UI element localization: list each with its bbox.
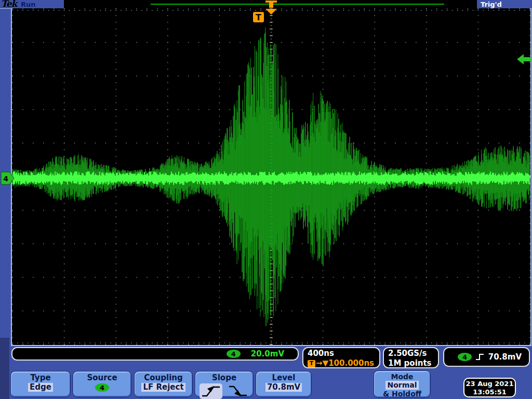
time-label: 13:05:51	[464, 388, 515, 396]
top-status-bar: Tek Run Trig'd	[0, 0, 532, 8]
trigger-readout-box: 4 70.8mV	[443, 347, 530, 367]
trigger-t-badge: T	[253, 12, 264, 22]
trigger-flag-icon: T	[308, 360, 315, 367]
oscilloscope-screen: 4T Tek Run Trig'd 4 20.0mV 400ns T → ▼ 1…	[0, 0, 532, 399]
mode-value2: & Holdoff	[374, 390, 430, 398]
record-view-bar	[64, 0, 477, 8]
rising-edge-icon	[475, 353, 485, 361]
record-length-readout: 1M points	[388, 358, 434, 368]
delay-value: 100.000ns	[328, 358, 374, 368]
menu-button-source[interactable]: Source 4	[73, 371, 131, 397]
menu-button-type[interactable]: Type Edge	[10, 371, 71, 397]
tek-logo: Tek	[1, 0, 17, 9]
bezel-strip	[0, 338, 9, 399]
trigger-source-badge: 4	[458, 353, 472, 361]
timebase-readout: 400ns	[308, 349, 375, 358]
source-channel-badge: 4	[95, 383, 109, 392]
menu-button-coupling[interactable]: Coupling LF Reject	[134, 371, 193, 397]
button-title: Mode	[374, 373, 430, 381]
menu-button-slope[interactable]: Slope	[195, 371, 254, 397]
record-view-line	[151, 4, 444, 5]
trigger-marker-cap	[265, 1, 277, 3]
channel-scale-readout: 20.0mV	[251, 349, 284, 358]
trigger-level-readout: 70.8mV	[488, 352, 522, 362]
horizontal-readout-box: 400ns T → ▼ 100.000ns	[302, 347, 380, 368]
button-title: Coupling	[135, 373, 192, 382]
trigger-delay-readout: T → ▼ 100.000ns	[308, 358, 375, 368]
trigger-record-position-marker[interactable]	[265, 1, 277, 8]
sample-rate-readout: 2.50GS/s	[388, 349, 434, 358]
type-value: Edge	[28, 383, 53, 392]
datetime-box: 23 Aug 2021 13:05:51	[463, 378, 516, 397]
waveform-display: 4T	[0, 0, 532, 346]
date-label: 23 Aug 2021	[464, 380, 515, 388]
falling-slope-icon[interactable]	[227, 383, 249, 399]
level-value: 70.8mV	[265, 383, 302, 392]
rising-slope-icon[interactable]	[200, 383, 222, 399]
button-title: Level	[256, 373, 311, 382]
channel-readout-box: 4 20.0mV	[11, 347, 299, 361]
button-title: Slope	[195, 373, 253, 382]
button-title: Source	[73, 373, 131, 382]
coupling-value: LF Reject	[141, 383, 185, 392]
delay-marker-icon: ▼	[323, 358, 329, 368]
svg-text:4: 4	[3, 175, 8, 183]
menu-button-level[interactable]: Level 70.8mV	[256, 371, 312, 397]
menu-button-mode[interactable]: Mode Normal & Holdoff	[374, 370, 431, 398]
arrow-icon: →	[316, 358, 323, 368]
channel-4-badge: 4	[227, 350, 241, 358]
acquisition-status: Run	[21, 1, 36, 8]
button-title: Type	[11, 373, 70, 382]
trigger-status: Trig'd	[481, 1, 502, 8]
mode-value: Normal	[385, 381, 418, 390]
acquisition-readout-box: 2.50GS/s 1M points	[383, 347, 439, 368]
svg-text:T: T	[256, 12, 261, 22]
